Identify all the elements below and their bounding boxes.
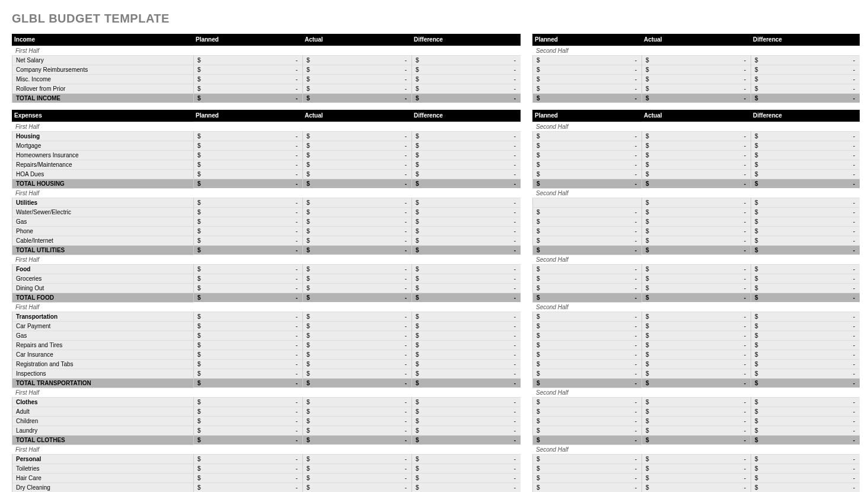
value-cell[interactable]: $- (642, 483, 751, 492)
value-cell[interactable]: $- (302, 74, 411, 84)
value-cell[interactable]: $- (411, 264, 521, 274)
value-cell[interactable]: $- (751, 283, 860, 293)
value-cell[interactable]: $- (751, 378, 860, 388)
value-cell[interactable]: $- (411, 473, 521, 483)
value-cell[interactable]: $- (642, 274, 751, 283)
value-cell[interactable]: $- (532, 141, 642, 150)
value-cell[interactable]: $- (532, 150, 642, 160)
value-cell[interactable]: $- (642, 473, 751, 483)
value-cell[interactable]: $- (193, 378, 302, 388)
value-cell[interactable]: $- (193, 141, 302, 150)
value-cell[interactable]: $- (642, 359, 751, 369)
value-cell[interactable]: $- (411, 226, 521, 236)
value-cell[interactable]: $- (751, 217, 860, 226)
value-cell[interactable]: $- (411, 312, 521, 321)
value-cell[interactable]: $- (751, 293, 860, 302)
value-cell[interactable]: $- (302, 350, 411, 359)
value-cell[interactable]: $- (751, 473, 860, 483)
value-cell[interactable]: $- (193, 369, 302, 378)
value-cell[interactable]: $- (302, 236, 411, 245)
value-cell[interactable]: $- (193, 84, 302, 93)
value-cell[interactable]: $- (193, 293, 302, 302)
value-cell[interactable]: $- (302, 293, 411, 302)
value-cell[interactable]: $- (411, 397, 521, 407)
value-cell[interactable]: $- (411, 416, 521, 426)
value-cell[interactable]: $- (302, 93, 411, 103)
value-cell[interactable]: $- (193, 350, 302, 359)
value-cell[interactable]: $- (642, 416, 751, 426)
value-cell[interactable]: $- (642, 217, 751, 226)
value-cell[interactable]: $- (751, 397, 860, 407)
value-cell[interactable]: $- (532, 473, 642, 483)
value-cell[interactable]: $- (751, 160, 860, 169)
value-cell[interactable]: $- (751, 359, 860, 369)
value-cell[interactable]: $- (302, 207, 411, 217)
value-cell[interactable]: $- (411, 293, 521, 302)
value-cell[interactable]: $- (193, 150, 302, 160)
value-cell[interactable]: $- (642, 407, 751, 416)
value-cell[interactable]: $- (302, 198, 411, 207)
value-cell[interactable]: $- (411, 454, 521, 464)
value-cell[interactable]: $- (411, 55, 521, 65)
value-cell[interactable]: $- (751, 74, 860, 84)
value-cell[interactable]: $- (411, 160, 521, 169)
value-cell[interactable]: $- (193, 264, 302, 274)
value-cell[interactable]: $- (642, 435, 751, 445)
value-cell[interactable]: $- (411, 198, 521, 207)
value-cell[interactable]: $- (642, 283, 751, 293)
value-cell[interactable]: $- (411, 65, 521, 74)
value-cell[interactable]: $- (193, 226, 302, 236)
value-cell[interactable]: $- (751, 179, 860, 188)
value-cell[interactable]: $- (642, 464, 751, 473)
value-cell[interactable]: $- (302, 359, 411, 369)
value-cell[interactable]: $- (302, 131, 411, 141)
value-cell[interactable]: $- (642, 264, 751, 274)
value-cell[interactable]: $- (532, 283, 642, 293)
value-cell[interactable]: $- (642, 312, 751, 321)
value-cell[interactable]: $- (532, 179, 642, 188)
value-cell[interactable]: $- (751, 150, 860, 160)
value-cell[interactable]: $- (193, 426, 302, 435)
value-cell[interactable]: $- (642, 179, 751, 188)
value-cell[interactable]: $- (411, 378, 521, 388)
value-cell[interactable]: $- (302, 407, 411, 416)
value-cell[interactable]: $- (302, 473, 411, 483)
value-cell[interactable]: $- (302, 340, 411, 350)
value-cell[interactable]: $- (642, 226, 751, 236)
value-cell[interactable]: $- (302, 483, 411, 492)
value-cell[interactable]: $- (642, 160, 751, 169)
value-cell[interactable]: $- (193, 321, 302, 331)
value-cell[interactable]: $- (532, 321, 642, 331)
value-cell[interactable]: $- (532, 84, 642, 93)
value-cell[interactable]: $- (532, 378, 642, 388)
value-cell[interactable]: $- (642, 207, 751, 217)
value-cell[interactable]: $- (532, 369, 642, 378)
value-cell[interactable]: $- (302, 179, 411, 188)
value-cell[interactable]: $- (751, 274, 860, 283)
value-cell[interactable]: $- (751, 464, 860, 473)
value-cell[interactable]: $- (193, 274, 302, 283)
value-cell[interactable]: $- (411, 283, 521, 293)
value-cell[interactable]: $- (193, 245, 302, 255)
value-cell[interactable]: $- (642, 74, 751, 84)
value-cell[interactable]: $- (642, 236, 751, 245)
value-cell[interactable]: $- (532, 245, 642, 255)
value-cell[interactable]: $- (532, 236, 642, 245)
value-cell[interactable]: $- (302, 426, 411, 435)
value-cell[interactable]: $- (642, 293, 751, 302)
value-cell[interactable]: $- (193, 160, 302, 169)
value-cell[interactable]: $- (751, 245, 860, 255)
value-cell[interactable]: $- (411, 426, 521, 435)
value-cell[interactable]: $- (411, 217, 521, 226)
value-cell[interactable]: $- (751, 407, 860, 416)
value-cell[interactable]: $- (751, 350, 860, 359)
value-cell[interactable]: $- (642, 84, 751, 93)
value-cell[interactable]: $- (642, 198, 751, 207)
value-cell[interactable]: $- (302, 264, 411, 274)
value-cell[interactable]: $- (751, 369, 860, 378)
value-cell[interactable]: $- (302, 160, 411, 169)
value-cell[interactable]: $- (642, 454, 751, 464)
value-cell[interactable]: $- (532, 312, 642, 321)
value-cell[interactable]: $- (751, 226, 860, 236)
value-cell[interactable]: $- (532, 131, 642, 141)
